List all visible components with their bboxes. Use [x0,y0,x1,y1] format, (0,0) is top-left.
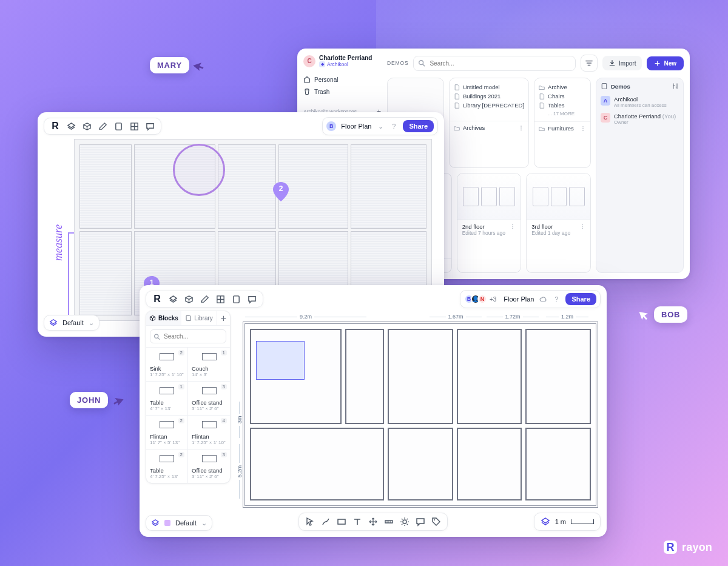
block-item[interactable]: 2 Table 4' 7.25" × 13' [146,450,188,483]
chat-tool[interactable] [145,121,155,131]
rect-tool[interactable] [337,517,346,527]
block-dimensions: 1' 7.25" × 1' 10" [150,372,184,377]
tag-icon [431,517,441,527]
tab-blocks[interactable]: Blocks [146,311,181,325]
member-avatar: C [601,113,610,123]
block-item[interactable]: 1 Table 4' 7" × 13' [146,382,188,416]
tab-library[interactable]: Library [181,311,217,325]
text-tool[interactable] [352,517,362,527]
move-tool[interactable] [368,517,378,527]
block-item[interactable]: 4 Flintan 1' 7.25" × 1' 10" [188,416,230,450]
block-item[interactable]: 2 Sink 1' 7.25" × 1' 10" [146,348,188,382]
chat-icon [248,295,257,304]
scale-indicator[interactable]: 1 m [534,513,601,531]
layers-icon [67,122,76,131]
folder-card-archives[interactable]: Untitled model Buildings 2021 Library [D… [449,78,529,168]
team-member[interactable]: C Charlotte Perriand (You)Owner [601,110,679,127]
more-icon[interactable] [579,223,585,229]
help-button[interactable]: ? [552,295,561,303]
chevron-down-icon: ⌄ [201,519,207,527]
line-tool[interactable] [321,517,331,527]
share-button[interactable]: Share [403,120,434,132]
layers-tool[interactable] [66,121,76,131]
share-button[interactable]: Share [565,293,596,305]
model-card[interactable]: 2nd floorEdited 7 hours ago [457,173,522,273]
annotation-circle[interactable] [173,144,225,196]
select-tool[interactable] [305,517,315,527]
block-item[interactable]: 1 Couch 14' × 3' [188,348,230,382]
document-title[interactable]: Floor Plan [504,295,534,303]
folder-item[interactable]: Tables [539,101,586,110]
folder-card-furnitures[interactable]: Archive Chairs Tables ... 17 MORE Furnit… [534,78,591,168]
blocks-search[interactable] [146,326,230,348]
pencil-icon [200,295,209,304]
more-icon[interactable] [510,223,516,229]
grid-tool[interactable] [129,121,139,131]
folder-item[interactable]: Untitled model [454,83,524,92]
product-brand: R rayon [664,541,712,554]
more-icon[interactable] [580,126,586,132]
layer-selector[interactable]: Default ⌄ [146,515,212,531]
measure-bracket[interactable] [68,232,74,323]
tag-tool[interactable] [431,517,441,527]
folder-item[interactable]: Archive [539,83,586,92]
more-icon[interactable] [518,125,524,131]
sun-icon [400,517,410,527]
folder-more-count[interactable]: ... 17 MORE [539,110,586,119]
edit-tool[interactable] [200,294,209,304]
rect-icon [337,517,346,527]
block-item[interactable]: 2 Flintan 11' 7" × 5' 13" [146,416,188,450]
layers-tool[interactable] [168,294,178,304]
cloud-status-icon[interactable] [539,295,547,303]
team-settings-icon[interactable] [672,83,679,90]
page-tool[interactable] [231,294,241,304]
annotation-pin-2[interactable]: 2 [273,182,289,201]
search-input[interactable] [413,56,576,71]
block-count: 2 [178,452,184,457]
chat-tool[interactable] [247,294,257,304]
new-button[interactable]: New [647,56,684,70]
block-item[interactable]: 3 Office stand 3' 11" × 2' 6" [188,450,230,483]
nav-trash[interactable]: Trash [303,86,381,98]
chat-tool[interactable] [416,517,425,527]
edit-tool[interactable] [98,121,107,131]
add-tab-button[interactable]: + [217,311,230,325]
layer-selector[interactable]: Default ⌄ [44,315,99,331]
filter-button[interactable] [581,55,598,72]
folder-item[interactable]: Chairs [539,92,586,101]
page-tool[interactable] [113,121,123,131]
model-card[interactable]: 3rd floorEdited 1 day ago [526,173,591,273]
selected-furniture[interactable] [256,341,305,380]
search-field[interactable] [413,56,576,71]
collaborators[interactable]: B 👤 N +3 [464,294,499,304]
block-count: 3 [221,384,227,389]
team-member[interactable]: A ArchikoolAll members can access [601,93,679,110]
folder-item[interactable]: Library [DEPRECATED] [454,101,524,110]
home-icon [303,76,311,83]
folder-item[interactable]: Buildings 2021 [454,92,524,101]
blocks-search-input[interactable] [150,329,226,343]
chevron-down-icon[interactable]: ⌄ [376,122,385,130]
block-item[interactable]: 3 Office stand 3' 11" × 2' 6" [188,382,230,416]
block-name: Table [150,399,184,406]
cube-tool[interactable] [82,121,92,131]
grid-tool[interactable] [215,294,225,304]
measure-tool[interactable] [384,517,394,527]
collaborator-avatar[interactable]: B [326,121,336,131]
sun-tool[interactable] [400,517,410,527]
line-icon [321,517,331,527]
import-button[interactable]: Import [602,56,642,70]
app-logo[interactable]: R [152,294,162,304]
document-title[interactable]: Floor Plan [341,123,371,130]
canvas[interactable]: 9.2m 1.67m 1.72m 1.2m 3m 5.2m [237,311,601,510]
collaborators-more[interactable]: +3 [490,296,496,303]
app-logo[interactable]: R [50,121,60,131]
cube-icon [83,122,92,131]
help-button[interactable]: ? [389,122,398,130]
file-icon [454,103,460,109]
file-icon [454,84,460,90]
cube-tool[interactable] [184,294,194,304]
grid-icon [216,295,225,304]
user-profile[interactable]: C Charlotte Perriand ◆ Archikool [303,55,381,67]
nav-personal[interactable]: Personal [303,73,381,86]
